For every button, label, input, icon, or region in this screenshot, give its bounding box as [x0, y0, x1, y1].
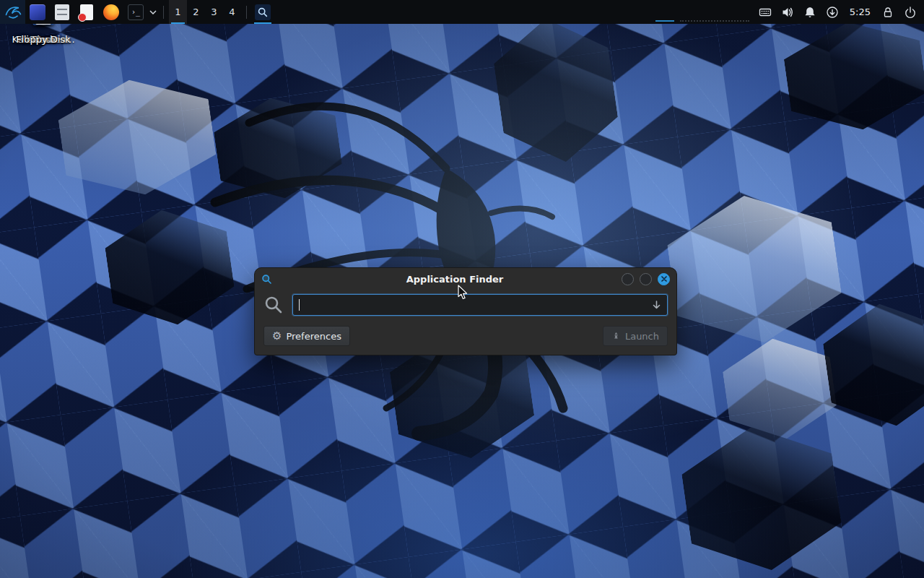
panel-separator [163, 6, 164, 19]
volume-button[interactable] [781, 0, 794, 24]
notifications-button[interactable] [803, 0, 816, 24]
minimize-button[interactable] [622, 273, 634, 285]
panel-left-section: ›_ 1 2 3 4 [0, 0, 274, 24]
search-row [263, 294, 668, 316]
workspace-button-4[interactable]: 4 [223, 0, 241, 24]
close-icon [661, 276, 667, 282]
chevron-down-icon [149, 10, 157, 14]
dragon-silhouette [180, 69, 657, 444]
firefox-icon [103, 4, 119, 20]
launch-button[interactable]: Launch [603, 326, 668, 346]
network-button[interactable] [826, 0, 839, 24]
desktop-icon-label: Floppy Disk [16, 34, 70, 45]
application-finder-icon [255, 4, 271, 20]
close-button[interactable] [658, 273, 670, 285]
workspace-button-1[interactable]: 1 [169, 0, 187, 24]
search-icon [263, 295, 284, 315]
top-panel: ›_ 1 2 3 4 [0, 0, 924, 24]
application-finder-window: Application Finder [254, 267, 677, 355]
launch-label: Launch [625, 331, 659, 342]
gear-icon: ⚙ [272, 331, 282, 342]
firefox-launcher[interactable] [102, 0, 121, 24]
workspace-label: 1 [175, 7, 180, 17]
workspace-button-2[interactable]: 2 [187, 0, 205, 24]
terminal-launcher[interactable]: ›_ [126, 0, 145, 24]
terminal-dropdown-button[interactable] [148, 0, 158, 24]
keyboard-icon [759, 6, 772, 19]
text-editor-icon [80, 4, 93, 20]
preferences-button[interactable]: ⚙ Preferences [263, 326, 350, 346]
preferences-label: Preferences [286, 331, 341, 342]
panel-indicator-dashes [655, 0, 749, 24]
file-cabinet-icon [55, 4, 69, 20]
search-input[interactable] [300, 300, 652, 311]
lock-icon [881, 6, 894, 19]
applications-menu-button[interactable] [0, 0, 25, 24]
button-row: ⚙ Preferences Launch [263, 326, 668, 346]
workspace-label: 3 [211, 7, 217, 17]
workspace-label: 4 [229, 7, 235, 17]
window-title: Application Finder [298, 274, 611, 285]
terminal-icon: ›_ [128, 4, 144, 20]
network-icon [826, 6, 839, 19]
power-button[interactable] [904, 0, 917, 24]
maximize-button[interactable] [640, 273, 652, 285]
panel-right-section: 5:25 [655, 0, 924, 24]
text-editor-launcher[interactable] [77, 0, 96, 24]
workspace-button-3[interactable]: 3 [205, 0, 223, 24]
window-app-icon [261, 274, 272, 285]
panel-separator [246, 6, 247, 19]
file-manager-icon [30, 4, 45, 20]
keyboard-layout-button[interactable] [759, 0, 772, 24]
panel-clock[interactable]: 5:25 [848, 7, 872, 17]
bell-icon [803, 6, 816, 19]
desktop-screen: ›_ 1 2 3 4 [0, 0, 924, 578]
volume-icon [781, 6, 794, 19]
file-manager-launcher[interactable] [28, 0, 47, 24]
window-button-application-finder[interactable] [252, 0, 274, 24]
workspace-label: 2 [193, 7, 199, 17]
power-icon [904, 6, 917, 19]
arrow-down-icon[interactable] [652, 300, 661, 311]
window-controls [622, 273, 670, 285]
titlebar[interactable]: Application Finder [255, 268, 676, 290]
screenlock-button[interactable] [881, 0, 894, 24]
file-cabinet-launcher[interactable] [53, 0, 71, 24]
search-entry[interactable] [292, 294, 668, 316]
kali-menu-icon [4, 3, 22, 22]
dialog-body: ⚙ Preferences Launch [255, 290, 676, 355]
launch-icon [611, 332, 621, 341]
